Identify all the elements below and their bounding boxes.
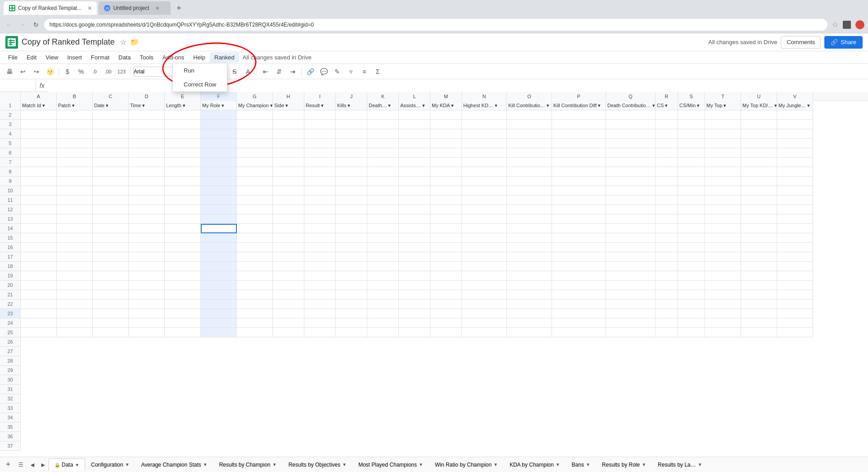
selected-cell-F23[interactable]	[201, 224, 237, 233]
paint-format-button[interactable]: 🌝	[44, 66, 56, 77]
cell-J1[interactable]: Kills ▾	[336, 101, 367, 110]
col-header-A[interactable]: A	[21, 92, 57, 101]
cell-L1[interactable]: Assists… ▾	[399, 101, 430, 110]
sheet-tab-results-objectives[interactable]: Results by Objectives ▼	[283, 458, 353, 471]
col-header-I[interactable]: I	[304, 92, 336, 101]
profile-icon[interactable]	[855, 20, 864, 29]
col-header-E[interactable]: E	[165, 92, 201, 101]
chart-button[interactable]: ✎	[331, 66, 343, 77]
cell-T1[interactable]: My Top ▾	[705, 101, 741, 110]
col-header-L[interactable]: L	[399, 92, 430, 101]
sheet-tab-bans[interactable]: Bans ▼	[566, 458, 596, 471]
inactive-tab[interactable]: JS Untitled project ×	[99, 1, 171, 15]
format-number-button[interactable]: 123	[116, 66, 127, 77]
cell-D1[interactable]: Time ▾	[129, 101, 165, 110]
folder-icon[interactable]: 📁	[130, 38, 139, 46]
grid-scroll-area[interactable]: 1 2 3 4 5 6 7 8 9 10 11 12 13 14 15 16 1	[0, 101, 868, 457]
cell-I1[interactable]: Result ▾	[304, 101, 336, 110]
add-sheet-button[interactable]: +	[2, 458, 14, 471]
menu-file[interactable]: File	[4, 52, 22, 63]
comments-button[interactable]: Comments	[781, 36, 821, 49]
currency-button[interactable]: $	[62, 66, 73, 77]
menu-ranked[interactable]: Ranked	[210, 52, 239, 63]
active-tab[interactable]: Copy of Ranked Templat... ×	[4, 1, 97, 15]
decimal-decrease-button[interactable]: .0	[89, 66, 100, 77]
print-button[interactable]: 🖶	[4, 66, 15, 77]
cell-O1[interactable]: Kill Contributio… ▾	[507, 101, 552, 110]
cell-V1[interactable]: My Jungle… ▾	[777, 101, 813, 110]
cell-P1[interactable]: Kill Contribution Diff ▾	[552, 101, 606, 110]
undo-button[interactable]: ↩	[17, 66, 29, 77]
reload-button[interactable]: ↻	[31, 19, 41, 30]
strikethrough-button[interactable]: S	[229, 66, 240, 77]
sheet-tab-win-ratio[interactable]: Win Ratio by Champion ▼	[429, 458, 504, 471]
cell-M1[interactable]: My KDA ▾	[430, 101, 462, 110]
col-header-P[interactable]: P	[552, 92, 606, 101]
col-header-B[interactable]: B	[57, 92, 93, 101]
share-button[interactable]: 🔗 Share	[824, 36, 863, 49]
sheet-tab-kda[interactable]: KDA by Champion ▼	[504, 458, 566, 471]
sheet-tab-configuration[interactable]: Configuration ▼	[85, 458, 135, 471]
cell-B1[interactable]: Patch ▾	[57, 101, 93, 110]
new-tab-button[interactable]: +	[172, 2, 185, 14]
col-header-Q[interactable]: Q	[606, 92, 656, 101]
menu-help[interactable]: Help	[189, 52, 210, 63]
col-header-K[interactable]: K	[367, 92, 399, 101]
cell-F1[interactable]: My Role ▾	[201, 101, 237, 110]
dropdown-correct-row[interactable]: Correct Row	[173, 77, 227, 91]
link-button[interactable]: 🔗	[304, 66, 316, 77]
function-button[interactable]: Σ	[372, 66, 384, 77]
menu-addons[interactable]: Add-ons	[158, 52, 189, 63]
cell-S1[interactable]: CS/Min ▾	[678, 101, 705, 110]
cell-G1[interactable]: My Champion ▾	[237, 101, 273, 110]
redo-button[interactable]: ↪	[31, 66, 42, 77]
insert-comment-button[interactable]: 💬	[318, 66, 330, 77]
menu-format[interactable]: Format	[86, 52, 114, 63]
col-header-D[interactable]: D	[129, 92, 165, 101]
sheet-nav-next[interactable]: ►	[38, 459, 49, 470]
cell-C1[interactable]: Date ▾	[93, 101, 129, 110]
cell-H1[interactable]: Side ▾	[273, 101, 304, 110]
cell-A1[interactable]: Match Id ▾	[21, 101, 57, 110]
back-button[interactable]: ←	[4, 19, 14, 30]
cell-R1[interactable]: CS ▾	[656, 101, 678, 110]
col-header-F[interactable]: F	[201, 92, 237, 101]
sheet-tab-data[interactable]: 🔒 Data ▼	[49, 458, 85, 471]
menu-insert[interactable]: Insert	[63, 52, 86, 63]
sheet-tab-results-champion[interactable]: Results by Champion ▼	[213, 458, 283, 471]
filter-views-button[interactable]: ≡	[358, 66, 370, 77]
cell-U1[interactable]: My Top KD/… ▾	[741, 101, 777, 110]
menu-edit[interactable]: Edit	[22, 52, 41, 63]
col-header-G[interactable]: G	[237, 92, 273, 101]
col-header-C[interactable]: C	[93, 92, 129, 101]
sheet-tab-avg-champion-stats[interactable]: Average Champion Stats ▼	[136, 458, 213, 471]
sheet-list-button[interactable]: ☰	[14, 458, 27, 471]
formula-input[interactable]	[48, 79, 868, 92]
sheet-tab-most-played[interactable]: Most Played Champions ▼	[353, 458, 429, 471]
decimal-increase-button[interactable]: .00	[102, 66, 114, 77]
sheet-tab-results-la[interactable]: Results by La… ▼	[652, 458, 708, 471]
percent-button[interactable]: %	[75, 66, 87, 77]
cell-reference-box[interactable]	[0, 79, 36, 92]
menu-view[interactable]: View	[41, 52, 63, 63]
col-header-M[interactable]: M	[430, 92, 462, 101]
cell-K1[interactable]: Death… ▾	[367, 101, 399, 110]
menu-data[interactable]: Data	[114, 52, 135, 63]
cell-N1[interactable]: Highest KD… ▾	[462, 101, 507, 110]
active-tab-close[interactable]: ×	[88, 5, 91, 11]
col-header-U[interactable]: U	[741, 92, 777, 101]
col-header-N[interactable]: N	[462, 92, 507, 101]
bookmark-icon[interactable]: ☆	[830, 20, 840, 29]
font-name-input[interactable]	[133, 67, 174, 77]
sheet-nav-prev[interactable]: ◄	[27, 459, 38, 470]
forward-button[interactable]: →	[17, 19, 28, 30]
address-input[interactable]	[44, 19, 827, 31]
cell-E1[interactable]: Length ▾	[165, 101, 201, 110]
dropdown-run[interactable]: Run	[173, 64, 227, 77]
col-header-J[interactable]: J	[336, 92, 367, 101]
star-icon[interactable]: ☆	[120, 38, 127, 46]
filter-button[interactable]: ▿	[345, 66, 357, 77]
col-header-S[interactable]: S	[678, 92, 705, 101]
col-header-O[interactable]: O	[507, 92, 552, 101]
col-header-R[interactable]: R	[656, 92, 678, 101]
